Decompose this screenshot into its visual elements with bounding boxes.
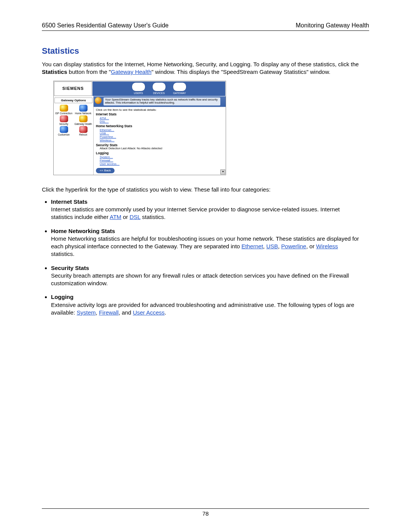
embedded-screenshot: SIEMENS USERSDEVICESGATEWAY Gateway Opti… <box>53 81 226 175</box>
category-title: Internet Stats <box>51 198 362 206</box>
category-text: Security breach attempts are shown for a… <box>51 272 349 286</box>
scroll-down-icon[interactable]: ▾ <box>220 169 225 174</box>
stat-group: Home Networking StatsEthernet…USB…Powerl… <box>94 124 226 143</box>
inline-link[interactable]: User Access <box>133 309 164 316</box>
sidebar-icon <box>79 105 88 112</box>
stat-group: LoggingSystem…Firewall…User access… <box>94 151 226 166</box>
link-gateway-health[interactable]: Gateway Health <box>111 69 151 75</box>
page-footer: 78 <box>42 508 369 517</box>
category-text: statistics. <box>51 251 75 257</box>
inline-link[interactable]: System <box>77 309 96 316</box>
sidebar-item[interactable]: Security <box>54 115 73 125</box>
sidebar-item[interactable]: Gateway Health <box>74 115 92 125</box>
category-text: , <box>263 243 266 249</box>
inline-link[interactable]: ATM <box>110 214 121 220</box>
back-button[interactable]: << Back <box>96 168 115 173</box>
category-list: Internet StatsInternet statistics are co… <box>51 198 369 316</box>
top-nav: USERSDEVICESGATEWAY <box>92 81 225 96</box>
category-title: Home Networking Stats <box>51 227 362 235</box>
sidebar-item[interactable]: Customize <box>54 126 73 136</box>
stat-note: Attack Detection Last Attack: No Attacks… <box>100 147 223 150</box>
topnav-devices[interactable]: DEVICES <box>152 82 166 95</box>
topnav-icon <box>152 82 166 91</box>
section-title: Statistics <box>42 46 369 56</box>
stats-panel: ▴ Your SpeedStream Gateway tracks key st… <box>94 96 226 175</box>
inline-link[interactable]: Ethernet <box>242 243 263 249</box>
sidebar-icon <box>79 115 88 122</box>
stat-link[interactable]: ATM… <box>100 117 223 120</box>
category-item: LoggingExtensive activity logs are provi… <box>51 293 369 316</box>
sidebar-icon <box>60 126 68 133</box>
page-header: 6500 Series Residential Gateway User's G… <box>42 22 369 31</box>
info-banner: Your SpeedStream Gateway tracks key stat… <box>94 96 226 107</box>
sidebar-item[interactable]: Reboot <box>74 126 92 136</box>
category-text: . <box>164 309 166 316</box>
header-left: 6500 Series Residential Gateway User's G… <box>42 22 169 29</box>
panel-subhead: Click on the item to see the statistical… <box>94 107 226 112</box>
inline-link[interactable]: Wireless <box>316 243 338 249</box>
category-text: , <box>278 243 281 249</box>
intro-text: You can display statistics for the Inter… <box>42 61 359 67</box>
stat-link[interactable]: USB… <box>100 132 223 135</box>
inline-link[interactable]: USB <box>266 243 278 249</box>
stat-link[interactable]: Wireless… <box>100 139 223 142</box>
category-title: Logging <box>51 293 362 301</box>
category-text: , <box>96 309 99 316</box>
document-page: 6500 Series Residential Gateway User's G… <box>0 0 411 532</box>
inline-link[interactable]: DSL <box>130 214 141 220</box>
sidebar-icon <box>60 115 68 122</box>
category-title: Security Stats <box>51 264 362 272</box>
topnav-icon <box>132 82 145 91</box>
category-text: , and <box>119 309 133 316</box>
header-right: Monitoring Gateway Health <box>296 22 369 29</box>
inline-link[interactable]: Firewall <box>99 309 119 316</box>
page-number: 78 <box>202 510 209 517</box>
topnav-gateway[interactable]: GATEWAY <box>173 82 186 95</box>
banner-text: Your SpeedStream Gateway tracks key stat… <box>104 97 220 105</box>
inline-link[interactable]: Powerline <box>281 243 306 249</box>
topnav-users[interactable]: USERS <box>132 82 145 95</box>
intro-text: button from the " <box>67 69 111 75</box>
intro-bold: Statistics <box>42 69 67 75</box>
intro-text: " window. This displays the "SpeedStream… <box>151 69 330 75</box>
stat-link[interactable]: Powerline… <box>100 135 223 139</box>
sidebar-item[interactable]: ISP Connection <box>54 105 73 115</box>
stat-link[interactable]: User access… <box>100 162 223 166</box>
globe-icon <box>95 97 102 104</box>
category-text: , or <box>306 243 316 249</box>
category-text: Internet statistics are commonly used by… <box>51 206 340 220</box>
category-item: Internet StatsInternet statistics are co… <box>51 198 369 221</box>
sidebar-title: Gateway Options <box>54 97 92 103</box>
stat-group: Security StatsAttack Detection Last Atta… <box>94 143 226 151</box>
category-item: Security StatsSecurity breach attempts a… <box>51 264 369 288</box>
stat-group: Internet StatsATM…DSL… <box>94 112 226 124</box>
stat-link[interactable]: Ethernet… <box>100 128 223 132</box>
category-item: Home Networking StatsHome Networking sta… <box>51 227 369 258</box>
stat-link[interactable]: DSL… <box>100 120 223 123</box>
sidebar-icon <box>79 126 88 133</box>
topnav-icon <box>173 82 186 91</box>
stat-link[interactable]: Firewall… <box>100 159 223 162</box>
sidebar: Gateway Options ISP ConnectionHome Netwo… <box>54 96 94 175</box>
stat-group-title: Home Networking Stats <box>96 125 223 128</box>
category-text: statistics. <box>140 214 166 220</box>
sidebar-item[interactable]: Home Network <box>74 105 92 115</box>
sidebar-icon <box>60 105 68 112</box>
stat-link[interactable]: System… <box>100 155 223 159</box>
stat-group-title: Logging <box>96 152 223 155</box>
after-shot-paragraph: Click the hyperlink for the type of stat… <box>42 186 369 193</box>
siemens-logo: SIEMENS <box>54 81 92 96</box>
stat-group-title: Internet Stats <box>96 113 223 117</box>
intro-paragraph: You can display statistics for the Inter… <box>42 61 369 76</box>
category-text: or <box>121 214 130 220</box>
